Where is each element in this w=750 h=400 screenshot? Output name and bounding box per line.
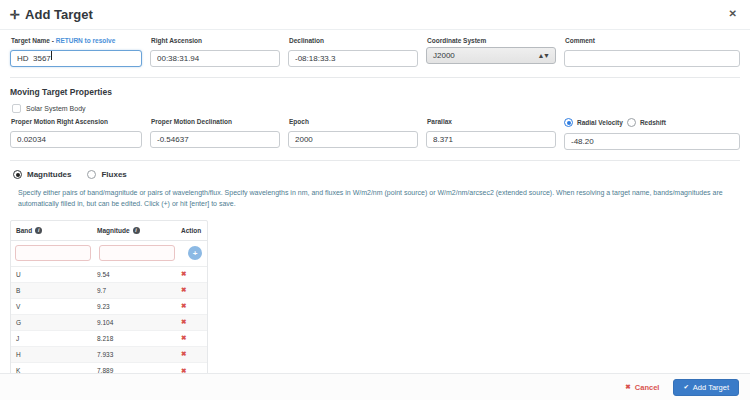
band-cell: U [11,271,95,278]
pm-dec-field: Proper Motion Declination [150,118,280,150]
band-cell: G [11,319,95,326]
fluxes-label: Fluxes [101,170,126,179]
target-crosshair-icon: ✛ [10,8,20,22]
target-name-input[interactable] [10,50,142,67]
magnitude-table-header: Band i Magnitude i Action [11,221,207,241]
epoch-input[interactable] [288,131,418,148]
magnitude-cell: 8.218 [95,335,179,342]
return-to-resolve-link[interactable]: RETURN to resolve [56,37,116,44]
magnitude-table-body: U9.54✖B9.7✖V9.23✖G9.104✖J8.218✖H7.933✖K7… [11,267,207,379]
coordinate-system-select[interactable]: J2000 ▲ ▼ [426,47,556,64]
comment-label: Comment [565,37,740,44]
pm-dec-label: Proper Motion Declination [151,118,280,125]
delete-row-icon[interactable]: ✖ [179,286,207,294]
table-row: H7.933✖ [11,347,207,363]
right-ascension-field: Right Ascension [150,37,280,67]
table-row: V9.23✖ [11,299,207,315]
magnitude-input[interactable] [99,245,175,261]
target-name-field: Target Name - RETURN to resolve [10,37,142,67]
band-info-icon: i [35,227,42,234]
magnitude-info-icon: i [133,227,140,234]
check-icon: ✔ [683,383,688,391]
target-name-label: Target Name - RETURN to resolve [11,37,142,44]
table-row: B9.7✖ [11,283,207,299]
coordinate-system-value: J2000 [433,51,455,60]
declination-label: Declination [289,37,418,44]
table-row: G9.104✖ [11,315,207,331]
pm-ra-input[interactable] [10,131,142,148]
table-row: J8.218✖ [11,331,207,347]
magnitudes-radio[interactable] [13,170,22,179]
pm-dec-input[interactable] [150,131,280,148]
magnitude-cell: 9.104 [95,319,179,326]
divider [10,77,740,78]
coordinates-row: Target Name - RETURN to resolve Right As… [0,37,750,67]
moving-target-heading: Moving Target Properties [10,87,740,97]
declination-field: Declination [288,37,418,67]
parallax-label: Parallax [427,118,556,125]
solar-system-body-checkbox[interactable] [12,104,21,113]
band-cell: J [11,335,95,342]
photometry-info-text: Specify either pairs of band/magnitude o… [18,188,736,210]
radial-velocity-radio[interactable] [564,118,573,127]
solar-system-body-label: Solar System Body [26,105,86,112]
add-target-button[interactable]: ✔ Add Target [673,379,739,396]
delete-row-icon[interactable]: ✖ [179,302,207,310]
close-icon[interactable]: ✕ [729,9,737,19]
magnitude-cell: 7.933 [95,351,179,358]
motion-row: Proper Motion Right Ascension Proper Mot… [0,118,750,150]
add-magnitude-button[interactable]: + [188,246,202,260]
dialog-footer: ✖ Cancel ✔ Add Target [0,373,750,400]
magnitude-cell: 9.23 [95,303,179,310]
divider [10,160,740,161]
velocity-field: Radial Velocity Redshift [564,118,740,150]
redshift-radio[interactable] [627,118,636,127]
cancel-button[interactable]: ✖ Cancel [625,383,659,392]
coordinate-system-label: Coordinate System [427,37,556,44]
text-caret [51,51,52,60]
dialog-title-text: Add Target [25,7,93,22]
action-header: Action [179,227,207,234]
parallax-input[interactable] [426,131,556,148]
table-row: U9.54✖ [11,267,207,283]
coordinate-system-field: Coordinate System J2000 ▲ ▼ [426,37,556,67]
cancel-x-icon: ✖ [625,383,630,391]
band-cell: V [11,303,95,310]
dialog-title: ✛ Add Target [10,7,93,22]
right-ascension-label: Right Ascension [151,37,280,44]
dialog-header: ✛ Add Target ✕ [0,0,750,30]
photometry-mode-row: Magnitudes Fluxes [13,170,750,179]
magnitude-table: Band i Magnitude i Action + U9.54✖B9.7✖V… [10,220,208,380]
select-stepper-icon: ▲ ▼ [538,52,549,59]
solar-system-body-row: Solar System Body [12,104,740,113]
add-target-dialog: ✛ Add Target ✕ Target Name - RETURN to r… [0,0,750,400]
magnitude-header: Magnitude i [95,227,179,234]
comment-field: Comment [564,37,740,67]
delete-row-icon[interactable]: ✖ [179,270,207,278]
delete-row-icon[interactable]: ✖ [179,318,207,326]
epoch-label: Epoch [289,118,418,125]
declination-input[interactable] [288,50,418,67]
radial-velocity-label: Radial Velocity [577,119,623,126]
pm-ra-label: Proper Motion Right Ascension [11,118,142,125]
parallax-field: Parallax [426,118,556,150]
delete-row-icon[interactable]: ✖ [179,334,207,342]
magnitudes-label: Magnitudes [27,170,71,179]
delete-row-icon[interactable]: ✖ [179,350,207,358]
band-cell: B [11,287,95,294]
magnitude-input-row: + [11,241,207,267]
band-cell: H [11,351,95,358]
magnitude-cell: 9.54 [95,271,179,278]
band-input[interactable] [15,245,91,261]
comment-input[interactable] [564,50,740,67]
right-ascension-input[interactable] [150,50,280,67]
pm-ra-field: Proper Motion Right Ascension [10,118,142,150]
fluxes-radio[interactable] [87,170,96,179]
radial-velocity-input[interactable] [564,133,740,150]
band-header: Band i [11,227,95,234]
epoch-field: Epoch [288,118,418,150]
redshift-label: Redshift [640,119,666,126]
magnitude-cell: 9.7 [95,287,179,294]
